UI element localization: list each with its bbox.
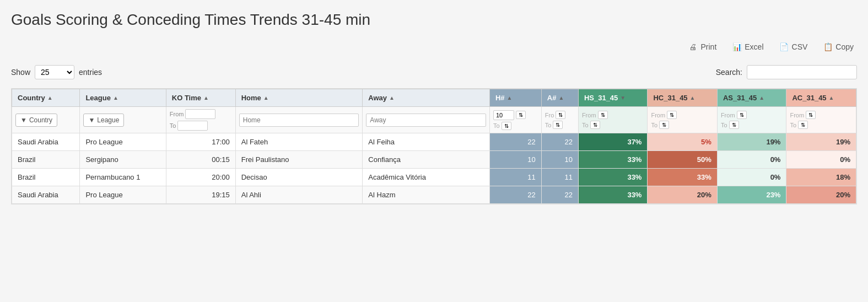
- country-filter-button[interactable]: ▼ Country: [15, 114, 57, 127]
- cell-ko-time: 19:15: [166, 186, 235, 204]
- cell-away: Acadêmica Vitória: [363, 169, 490, 186]
- filter-h-hash: ⇅ To ⇅: [489, 107, 541, 133]
- filter-hc: From ⇅ To ⇅: [648, 107, 717, 133]
- sort-arrow-ac: ▲: [829, 95, 834, 101]
- search-label: Search:: [716, 68, 742, 77]
- th-hc[interactable]: HC_31_45 ▲: [648, 89, 717, 107]
- cell-country: Saudi Arabia: [12, 133, 80, 151]
- ac-to-label: To: [790, 122, 796, 128]
- excel-button[interactable]: 📊 Excel: [729, 40, 767, 54]
- h-hash-to-spinner[interactable]: ⇅: [502, 122, 511, 130]
- filter-home: [235, 107, 363, 133]
- cell-away: Al Hazm: [363, 186, 490, 204]
- cell-h-hash: 11: [489, 169, 541, 186]
- th-as[interactable]: AS_31_45 ▲: [717, 89, 786, 107]
- th-hs[interactable]: HS_31_45 ▼: [578, 89, 648, 107]
- entries-label: entries: [79, 68, 102, 77]
- cell-ko-time: 20:00: [166, 169, 235, 186]
- cell-league: Pernambucano 1: [80, 169, 166, 186]
- print-button[interactable]: 🖨 Print: [684, 40, 720, 54]
- ac-from-spinner[interactable]: ⇅: [806, 111, 816, 119]
- hs-to-spinner[interactable]: ⇅: [590, 121, 600, 129]
- cell-as: 19%: [717, 133, 786, 151]
- data-table: Country ▲ League ▲ KO Time ▲: [12, 89, 856, 204]
- th-a-hash[interactable]: A# ▲: [541, 89, 578, 107]
- th-home[interactable]: Home ▲: [235, 89, 363, 107]
- cell-home: Al Fateh: [235, 133, 363, 151]
- sort-arrow-hc: ▲: [690, 95, 696, 101]
- cell-h-hash: 22: [489, 133, 541, 151]
- show-entries-control: Show 10 25 50 100 entries: [11, 65, 102, 79]
- away-filter-input[interactable]: [366, 114, 486, 127]
- as-from-spinner[interactable]: ⇅: [737, 111, 747, 119]
- league-filter-button[interactable]: ▼ League: [83, 114, 124, 127]
- hc-from-spinner[interactable]: ⇅: [667, 111, 677, 119]
- cell-league: Sergipano: [80, 151, 166, 169]
- cell-country: Brazil: [12, 169, 80, 186]
- a-hash-to-spinner[interactable]: ⇅: [553, 121, 563, 129]
- cell-a-hash: 10: [541, 151, 578, 169]
- entries-select[interactable]: 10 25 50 100: [35, 65, 74, 79]
- as-to-label: To: [721, 122, 727, 128]
- table-row: BrazilSergipano00:15Frei PaulistanoConfi…: [12, 151, 856, 169]
- cell-a-hash: 22: [541, 186, 578, 204]
- header-row: Country ▲ League ▲ KO Time ▲: [12, 89, 856, 107]
- table-row: BrazilPernambucano 120:00DecisaoAcadêmic…: [12, 169, 856, 186]
- cell-ac: 19%: [786, 133, 856, 151]
- home-filter-input[interactable]: [239, 114, 359, 127]
- th-ac[interactable]: AC_31_45 ▲: [786, 89, 856, 107]
- excel-icon: 📊: [732, 42, 742, 52]
- cell-ac: 0%: [786, 151, 856, 169]
- cell-hs: 33%: [578, 186, 648, 204]
- a-hash-from-spinner[interactable]: ⇅: [556, 111, 565, 119]
- csv-button[interactable]: 📄 CSV: [776, 40, 811, 54]
- th-h-hash[interactable]: H# ▲: [489, 89, 541, 107]
- page-title: Goals Scoring & Conceding Times Trends 3…: [11, 11, 857, 29]
- cell-ac: 20%: [786, 186, 856, 204]
- sort-arrow-away: ▲: [389, 95, 395, 101]
- as-to-spinner[interactable]: ⇅: [729, 121, 739, 129]
- filter-as: From ⇅ To ⇅: [717, 107, 786, 133]
- cell-hs: 37%: [578, 133, 648, 151]
- cell-league: Pro League: [80, 186, 166, 204]
- cell-a-hash: 22: [541, 133, 578, 151]
- filter-away: [363, 107, 490, 133]
- filter-ac: From ⇅ To ⇅: [786, 107, 856, 133]
- sort-arrow-country: ▲: [47, 95, 53, 101]
- ko-from-input[interactable]: [185, 109, 215, 119]
- cell-hc: 33%: [648, 169, 717, 186]
- cell-league: Pro League: [80, 133, 166, 151]
- ac-from-label: From: [790, 112, 804, 118]
- sort-arrow-home: ▲: [263, 95, 269, 101]
- cell-hs: 33%: [578, 169, 648, 186]
- th-league[interactable]: League ▲: [80, 89, 166, 107]
- h-hash-from-input[interactable]: [493, 110, 514, 120]
- ko-to-input[interactable]: [177, 121, 208, 131]
- cell-hc: 50%: [648, 151, 717, 169]
- cell-country: Saudi Arabia: [12, 186, 80, 204]
- controls-row: Show 10 25 50 100 entries Search:: [11, 63, 857, 82]
- a-hash-from-label: Fro: [545, 112, 554, 118]
- ko-from-label: From: [170, 111, 184, 117]
- th-ko-time[interactable]: KO Time ▲: [166, 89, 235, 107]
- filter-icon-country: ▼: [20, 116, 27, 124]
- data-table-wrapper: Country ▲ League ▲ KO Time ▲: [11, 88, 857, 204]
- cell-as: 0%: [717, 169, 786, 186]
- th-away[interactable]: Away ▲: [363, 89, 490, 107]
- csv-icon: 📄: [779, 42, 789, 52]
- filter-hs: From ⇅ To ⇅: [578, 107, 648, 133]
- th-country[interactable]: Country ▲: [12, 89, 80, 107]
- copy-button[interactable]: 📋 Copy: [820, 40, 857, 54]
- search-input[interactable]: [747, 65, 857, 79]
- h-hash-from-spinner[interactable]: ⇅: [516, 111, 526, 119]
- cell-a-hash: 11: [541, 169, 578, 186]
- hs-from-spinner[interactable]: ⇅: [598, 111, 608, 119]
- cell-home: Al Ahli: [235, 186, 363, 204]
- sort-arrow-as: ▲: [759, 95, 764, 101]
- sort-arrow-ko-time: ▲: [203, 95, 209, 101]
- search-row: Search:: [716, 65, 857, 79]
- hc-to-spinner[interactable]: ⇅: [659, 121, 669, 129]
- ac-to-spinner[interactable]: ⇅: [798, 121, 808, 129]
- filter-a-hash: Fro ⇅ To ⇅: [541, 107, 578, 133]
- hc-from-label: From: [651, 112, 665, 118]
